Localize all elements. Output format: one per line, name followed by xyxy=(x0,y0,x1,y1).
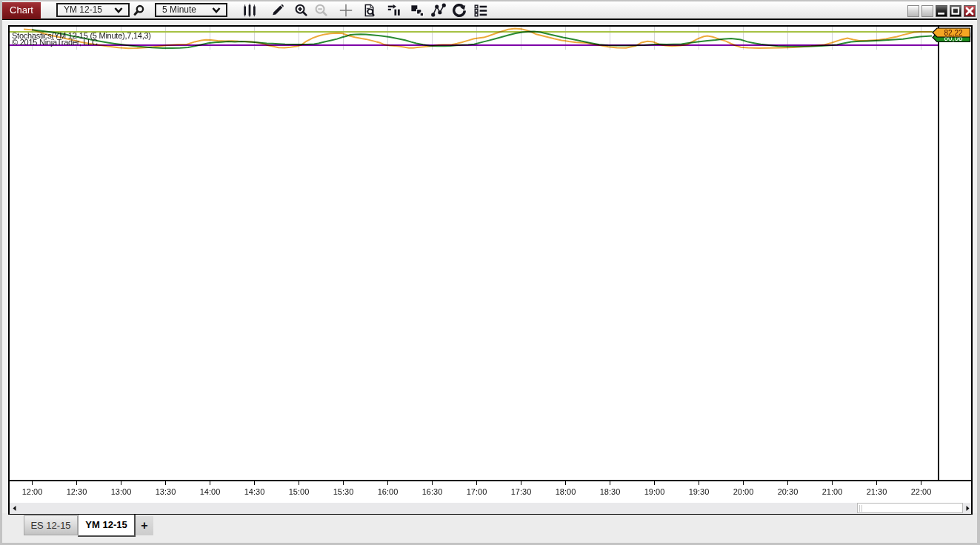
svg-text:82,22: 82,22 xyxy=(944,29,962,37)
